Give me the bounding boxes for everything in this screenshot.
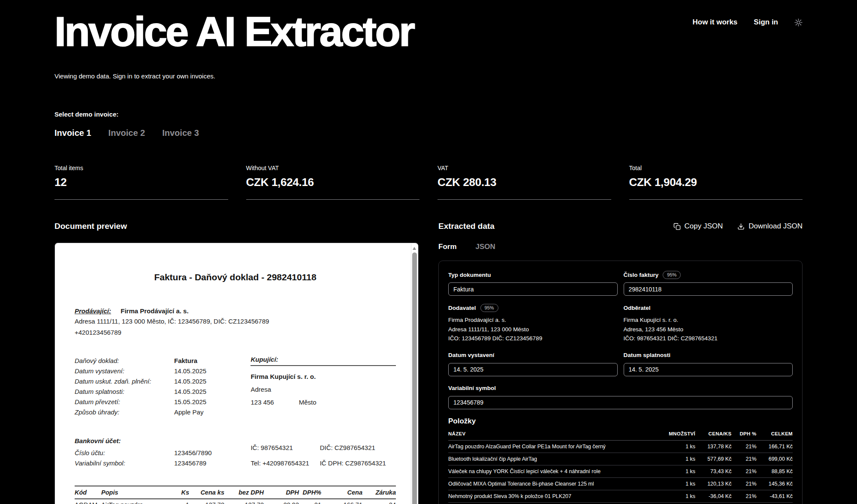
top-nav: How it works Sign in	[692, 18, 803, 27]
items-column-header: CENA/KS	[695, 427, 731, 441]
tab-invoice-2[interactable]: Invoice 2	[109, 128, 145, 138]
confidence-badge: 95%	[480, 304, 498, 312]
invoice-number-input[interactable]	[624, 282, 793, 296]
demo-invoice-tabs: Invoice 1 Invoice 2 Invoice 3	[54, 128, 803, 138]
field-invoice-number: Číslo faktury 95%	[624, 270, 793, 296]
item-cell-qty: 1 ks	[664, 502, 695, 504]
supplier-label: Dodavatel	[448, 305, 476, 311]
items-table-row: Rostlinný nápoj Alpro ovesný nápoj TASTE…	[448, 502, 793, 504]
scrollbar-up-arrow-icon[interactable]	[413, 247, 416, 250]
doc-buyer-label: Kupující:	[250, 356, 278, 363]
doc-cell-bez_dph: 137,78	[224, 499, 264, 504]
stat-value: CZK 280.13	[438, 176, 611, 189]
preview-header: Document preview	[54, 220, 419, 232]
doc-info-label: Datum uskut. zdaň. plnění:	[75, 376, 174, 387]
stat-total-items: Total items 12	[54, 165, 228, 200]
document-type-label: Typ dokumentu	[448, 272, 491, 278]
confidence-badge: 95%	[663, 271, 681, 279]
issue-date-label: Datum vystavení	[448, 352, 494, 358]
preview-scrollbar[interactable]	[411, 244, 417, 504]
doc-column-header: Záruka	[362, 486, 396, 499]
doc-info-section: Daňový doklad:FakturaDatum vystavení:14.…	[75, 356, 396, 417]
variable-symbol-input[interactable]	[448, 396, 793, 409]
demo-banner: Viewing demo data. Sign in to extract yo…	[54, 72, 803, 80]
tab-invoice-3[interactable]: Invoice 3	[162, 128, 199, 138]
document-type-input[interactable]	[448, 282, 618, 296]
form-row-dates: Datum vystavení Datum splatnosti	[448, 351, 793, 384]
stat-value: CZK 1,904.29	[629, 176, 803, 189]
supplier-name: Firma Prodávající a. s.	[448, 315, 618, 325]
doc-column-header: Cena ks	[189, 486, 224, 499]
items-table-row: Váleček na chlupy YORK Čistící lepicí vá…	[448, 465, 793, 477]
item-cell-total: 166,71 Kč	[757, 440, 793, 453]
doc-bank-label: Číslo účtu:	[75, 448, 174, 458]
doc-buyer-name: Firma Kupující s. r. o.	[250, 373, 396, 380]
doc-info-label: Daňový doklad:	[75, 356, 174, 366]
item-cell-name: Bluetooth lokalizační čip Apple AirTag	[448, 453, 664, 465]
item-cell-name: AirTag pouzdro AlzaGuard Pet Collar PE1a…	[448, 440, 664, 453]
issue-date-input[interactable]	[448, 363, 618, 376]
doc-info-value: Apple Pay	[174, 407, 203, 417]
supplier-ids: IČO: 123456789 DIČ: CZ123456789	[448, 334, 618, 343]
item-cell-qty: 1 ks	[664, 490, 695, 502]
doc-bank-row: Variabilní symbol:123456789	[75, 458, 248, 468]
stat-label: Without VAT	[246, 165, 420, 171]
download-json-button[interactable]: Download JSON	[737, 222, 803, 231]
doc-info-label: Způsob úhrady:	[75, 407, 174, 417]
field-issue-date: Datum vystavení	[448, 351, 618, 376]
item-cell-vat: 21%	[731, 440, 756, 453]
due-date-label: Datum splatnosti	[624, 352, 671, 358]
stat-without-vat: Without VAT CZK 1,624.16	[246, 165, 420, 200]
stat-label: Total	[629, 165, 803, 171]
items-heading: Položky	[448, 417, 793, 426]
doc-registration-block: IČ: 987654321 DIČ: CZ987654321 Tel: +420…	[248, 437, 396, 468]
stat-total: Total CZK 1,904.29	[629, 165, 803, 200]
items-table-row: Odličovač MIXA Optimal Tolerance Bi-phas…	[448, 477, 793, 490]
doc-title: Faktura - Daňový doklad - 2982410118	[75, 272, 396, 282]
select-demo-label: Select demo invoice:	[54, 111, 803, 118]
json-actions: Copy JSON Download JSON	[673, 222, 803, 231]
download-json-label: Download JSON	[748, 222, 803, 231]
nav-sign-in[interactable]: Sign in	[754, 18, 778, 27]
item-cell-total: 499,00 Kč	[757, 502, 793, 504]
item-cell-total: -43,61 Kč	[757, 490, 793, 502]
item-cell-vat: 21%	[731, 453, 756, 465]
doc-column-header: bez DPH	[224, 486, 264, 499]
doc-buyer-rule: Kupující:	[250, 356, 396, 366]
invoice-document: Faktura - Daňový doklad - 2982410118 Pro…	[55, 243, 418, 504]
theme-toggle-button[interactable]	[794, 18, 803, 27]
due-date-input[interactable]	[624, 363, 793, 376]
tab-json[interactable]: JSON	[476, 243, 495, 251]
items-column-header: DPH %	[731, 427, 756, 441]
field-variable-symbol: Variabilní symbol	[448, 384, 793, 409]
doc-info-label: Datum převzetí:	[75, 397, 174, 407]
doc-info-row: Datum vystavení:14.05.2025	[75, 366, 248, 376]
doc-bank-value: 123456/7890	[174, 448, 212, 458]
doc-items-table: KódPopisKsCena ksbez DPHDPHDPH%CenaZáruk…	[75, 486, 396, 504]
doc-info-row: Daňový doklad:Faktura	[75, 356, 248, 366]
scrollbar-thumb[interactable]	[412, 252, 417, 504]
doc-info-value: Faktura	[174, 356, 197, 366]
customer-ids: IČO: 987654321 DIČ: CZ987654321	[624, 334, 793, 343]
doc-cell-cena: 166,71	[321, 499, 362, 504]
copy-json-label: Copy JSON	[685, 222, 723, 231]
document-preview-panel[interactable]: Faktura - Daňový doklad - 2982410118 Pro…	[54, 243, 419, 504]
document-preview-column: Document preview Faktura - Daňový doklad…	[54, 220, 419, 504]
doc-buyer-block: Kupující: Firma Kupující s. r. o. Adresa…	[248, 356, 396, 417]
doc-info-label: Datum splatnosti:	[75, 387, 174, 397]
doc-bank-left: Bankovní účet: Číslo účtu:123456/7890Var…	[75, 437, 248, 468]
doc-cell-code: AGDAM PE1a	[75, 499, 101, 504]
doc-ic-dph: IČ DPH: CZ987654321	[320, 459, 396, 468]
tab-form[interactable]: Form	[438, 243, 457, 251]
doc-seller-phone: +420123456789	[75, 328, 396, 337]
copy-json-button[interactable]: Copy JSON	[673, 222, 723, 231]
nav-how-it-works[interactable]: How it works	[692, 18, 737, 27]
doc-cell-dph: 28,93	[264, 499, 299, 504]
tab-invoice-1[interactable]: Invoice 1	[54, 128, 91, 138]
item-cell-name: Nehmotný produkt Sleva 30% k položce 01 …	[448, 490, 664, 502]
customer-details: Firma Kupující s. r. o. Adresa, 123 456 …	[624, 315, 793, 343]
doc-info-row: Datum uskut. zdaň. plnění:14.05.2025	[75, 376, 248, 387]
item-cell-unit: 577,69 Kč	[695, 453, 731, 465]
doc-bank-label: Bankovní účet:	[75, 437, 248, 444]
form-row-document: Typ dokumentu Číslo faktury 95%	[448, 270, 793, 303]
